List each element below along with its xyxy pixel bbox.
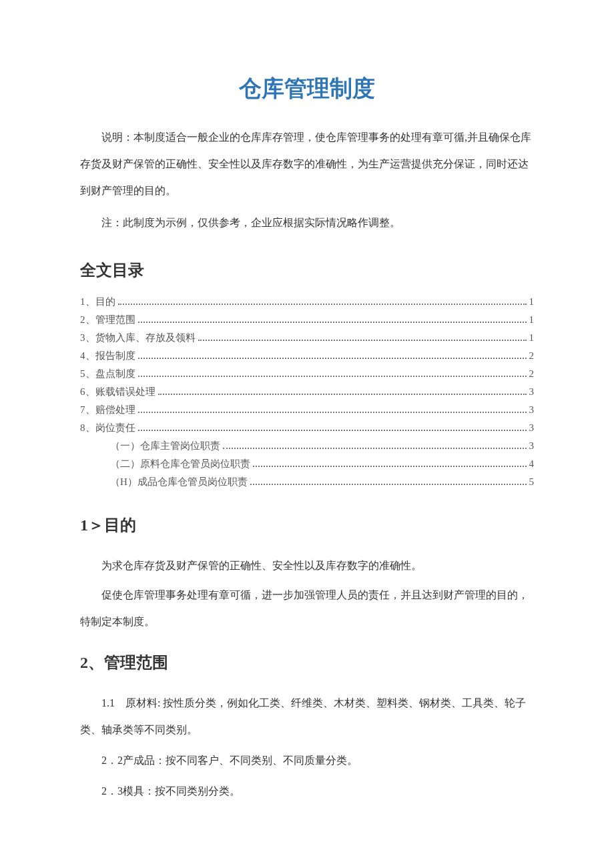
toc-label: （一）仓库主管岗位职责 [110,437,220,455]
section-2-p1: 1.1 原材料: 按性质分类，例如化工类、纤维类、木材类、塑料类、钢材类、工具类… [80,690,534,743]
toc-page: 2 [529,347,535,365]
toc-dots [138,322,527,323]
toc-page: 3 [529,401,535,419]
toc-dots [198,340,527,341]
toc-label: （H）成品仓库仓管员岗位职责 [110,473,248,491]
toc-item: 3、货物入库、存放及领料1 [80,329,534,347]
table-of-contents: 1、目的1 2、管理范围1 3、货物入库、存放及领料1 4、报告制度2 5、盘点… [80,293,534,491]
section-2-p2: 2．2产成品：按不同客户、不同类别、不同质量分类。 [80,747,534,774]
toc-dots [138,430,527,431]
toc-item: 8、岗位责任3 [80,419,534,437]
toc-dots [138,412,527,413]
toc-dots [250,484,527,485]
toc-item-sub: （一）仓库主管岗位职责3 [80,437,534,455]
toc-item-sub: （H）成品仓库仓管员岗位职责5 [80,473,534,491]
toc-label: 7、赔偿处理 [80,401,135,419]
toc-item: 1、目的1 [80,293,534,311]
toc-dots [118,304,527,305]
toc-label: 5、盘点制度 [80,365,135,383]
toc-item: 5、盘点制度2 [80,365,534,383]
toc-item: 4、报告制度2 [80,347,534,365]
toc-item-sub: （二）原料仓库仓管员岗位职责4 [80,455,534,473]
toc-label: 3、货物入库、存放及领料 [80,329,196,347]
toc-page: 1 [529,311,535,329]
section-2-p3: 2．3模具：按不同类别分类。 [80,778,534,805]
toc-page: 5 [529,473,535,491]
toc-label: （二）原料仓库仓管员岗位职责 [110,455,250,473]
toc-page: 3 [529,437,535,455]
document-title: 仓库管理制度 [80,73,534,104]
section-1-heading: 1＞目的 [80,514,534,536]
section-1-p2: 促使仓库管理事务处理有章可循，进一步加强管理人员的责任，并且达到财产管理的目的，… [80,582,534,635]
toc-dots [158,394,527,395]
toc-label: 8、岗位责任 [80,419,135,437]
toc-label: 1、目的 [80,293,115,311]
toc-dots [253,466,527,467]
note-paragraph: 注：此制度为示例，仅供参考，企业应根据实际情况略作调整。 [80,209,534,236]
toc-dots [138,358,527,359]
toc-label: 6、账载错误处理 [80,383,156,401]
toc-item: 7、赔偿处理3 [80,401,534,419]
toc-page: 1 [529,329,535,347]
section-1-p1: 为求仓库存货及财产保管的正确性、安全性以及库存数字的准确性。 [80,552,534,579]
toc-item: 6、账载错误处理3 [80,383,534,401]
intro-paragraph: 说明：本制度适合一般企业的仓库库存管理，使仓库管理事务的处理有章可循,并且确保仓… [80,124,534,204]
toc-page: 1 [529,293,535,311]
toc-dots [223,448,527,449]
toc-dots [138,376,527,377]
toc-item: 2、管理范围1 [80,311,534,329]
toc-label: 4、报告制度 [80,347,135,365]
toc-page: 3 [529,383,535,401]
toc-page: 4 [529,455,535,473]
section-2-heading: 2、管理范围 [80,652,534,673]
toc-page: 2 [529,365,535,383]
toc-heading: 全文目录 [80,260,534,281]
toc-label: 2、管理范围 [80,311,135,329]
toc-page: 3 [529,419,535,437]
